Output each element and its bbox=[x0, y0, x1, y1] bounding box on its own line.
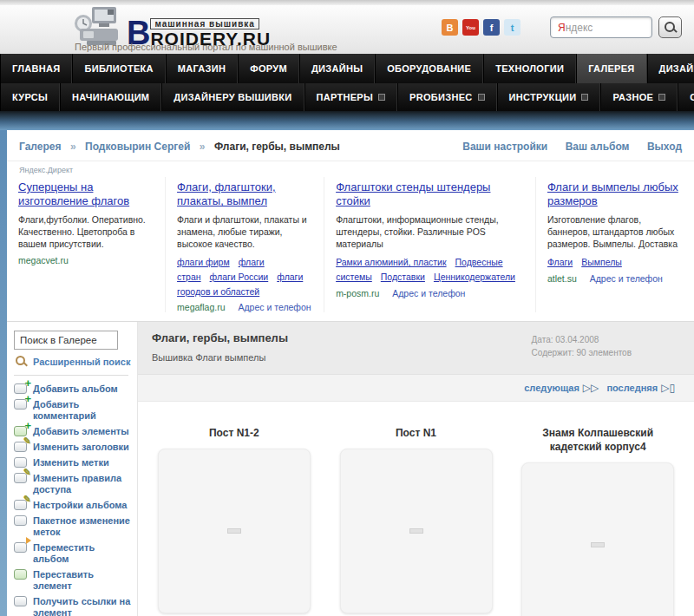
dropdown-indicator-icon bbox=[478, 94, 485, 101]
nav-instruktsii[interactable]: ИНСТРУКЦИИ bbox=[497, 83, 601, 111]
nav-biblioteka[interactable]: БИБЛИОТЕКА bbox=[72, 54, 165, 83]
search-button[interactable] bbox=[658, 16, 682, 38]
gallery-search-input[interactable] bbox=[14, 331, 118, 350]
nav-tekhnologii[interactable]: ТЕХНОЛОГИИ bbox=[483, 54, 576, 83]
sidebar-item-add-album[interactable]: Добавить альбом bbox=[14, 383, 137, 395]
advanced-search-link[interactable]: Расширенный поиск bbox=[16, 356, 137, 367]
item-thumbnail-placeholder[interactable] bbox=[521, 462, 674, 616]
ad-title-link[interactable]: Суперцены на изготовление флагов bbox=[18, 180, 154, 209]
nav-galereya-active[interactable]: ГАЛЕРЕЯ bbox=[576, 54, 646, 83]
nav-o-nas[interactable]: О НАС bbox=[678, 83, 694, 111]
ad-sitelink[interactable]: Подставки bbox=[381, 272, 425, 282]
site-tagline: Первый профессиональный портал по машинн… bbox=[75, 42, 337, 52]
pagination-bar: следующая▷▷ последняя▷▯ bbox=[138, 374, 694, 402]
ad-sitelink[interactable]: Рамки алюминий, пластик bbox=[336, 257, 446, 267]
broken-image-icon bbox=[227, 528, 241, 534]
youtube-icon[interactable]: You bbox=[462, 19, 479, 36]
item-thumbnail-placeholder[interactable] bbox=[158, 449, 311, 613]
next-page-icon: ▷▷ bbox=[583, 382, 599, 394]
item-thumbnail-placeholder[interactable] bbox=[340, 449, 493, 613]
nav-glavnaya[interactable]: ГЛАВНАЯ bbox=[0, 54, 72, 83]
ad-item: Суперцены на изготовление флагов Флаги,ф… bbox=[7, 177, 166, 312]
pagination-next-link[interactable]: следующая▷▷ bbox=[524, 383, 604, 393]
access-rules-icon bbox=[14, 473, 27, 483]
nav-dizayneru-vyshivki[interactable]: ДИЗАЙНЕРУ ВЫШИВКИ bbox=[161, 83, 304, 111]
ad-contact-link[interactable]: Адрес и телефон bbox=[392, 288, 465, 298]
ad-sitelinks: флаги фирмфлаги странфлаги Россиифлаги г… bbox=[177, 255, 312, 298]
move-album-icon bbox=[14, 542, 27, 553]
nav-kursy[interactable]: КУРСЫ bbox=[0, 83, 60, 111]
my-album-link[interactable]: Ваш альбом bbox=[566, 141, 630, 153]
ad-sitelink[interactable]: Ценникодержатели bbox=[434, 272, 515, 282]
sidebar-item-edit-tags[interactable]: Изменить метки bbox=[14, 457, 137, 469]
nav-nachinayushchim[interactable]: НАЧИНАЮЩИМ bbox=[60, 83, 161, 111]
ad-domain-link[interactable]: megaflag.ru bbox=[177, 302, 225, 312]
item-title: Пост N1-2 bbox=[209, 426, 259, 440]
nav-raznoe[interactable]: РАЗНОЕ bbox=[600, 83, 678, 111]
facebook-icon[interactable]: f bbox=[483, 19, 500, 36]
breadcrumb-bar: Галерея » Подковырин Сергей » Флаги, гер… bbox=[7, 130, 694, 161]
sidebar: Расширенный поиск Добавить альбом Добави… bbox=[7, 322, 137, 616]
dropdown-indicator-icon bbox=[378, 94, 385, 101]
ad-item: Флаги и вымпелы любых размеров Изготовле… bbox=[536, 177, 694, 312]
ad-sitelink[interactable]: Флаги bbox=[547, 257, 573, 267]
twitter-icon[interactable]: t bbox=[504, 19, 520, 36]
pagination-last-link[interactable]: последняя▷▯ bbox=[606, 383, 680, 393]
nav-magazin[interactable]: МАГАЗИН bbox=[166, 54, 238, 83]
album-subtitle: Вышивка Флаги вымпелы bbox=[152, 352, 288, 363]
album-date: Дата: 03.04.2008 bbox=[532, 333, 632, 346]
sidebar-item-rearrange-element[interactable]: Переставить элемент bbox=[14, 569, 137, 592]
blogger-icon[interactable]: B bbox=[442, 19, 458, 36]
ad-footer: megaflag.ru Адрес и телефон bbox=[177, 302, 312, 312]
ad-domain-link[interactable]: atlet.su bbox=[547, 273, 577, 284]
sidebar-item-edit-access[interactable]: Изменить правила доступа bbox=[14, 473, 137, 495]
breadcrumb-current: Флаги, гербы, вымпелы bbox=[214, 141, 340, 153]
nav-probiznes[interactable]: PROБИЗНЕС bbox=[397, 83, 496, 111]
nav-forum[interactable]: ФОРУМ bbox=[238, 54, 299, 83]
breadcrumb-author[interactable]: Подковырин Сергей bbox=[85, 141, 190, 153]
ad-title-link[interactable]: Флагштоки стенды штендеры стойки bbox=[336, 180, 524, 209]
ad-title-link[interactable]: Флаги, флагштоки, плакаты, вымпел bbox=[177, 180, 312, 209]
ad-footer: m-posm.ru Адрес и телефон bbox=[336, 288, 524, 298]
ad-sitelink[interactable]: флаги фирм bbox=[177, 257, 230, 267]
secondary-nav: КУРСЫ НАЧИНАЮЩИМ ДИЗАЙНЕРУ ВЫШИВКИ ПАРТН… bbox=[0, 83, 694, 111]
album-meta: Дата: 03.04.2008 Содержит: 90 элементов bbox=[532, 331, 680, 363]
nav-dizayny[interactable]: ДИЗАЙНЫ bbox=[299, 54, 375, 83]
settings-link[interactable]: Ваши настройки bbox=[462, 141, 547, 153]
ad-body: Флаги,футболки. Оперативно. Качественно.… bbox=[18, 213, 154, 251]
gallery-items: Пост N1-2 Дата: 10.06.2015 Новый « опера… bbox=[138, 402, 694, 616]
social-icons: B You f t bbox=[442, 19, 520, 36]
ad-sitelink[interactable]: флаги России bbox=[210, 272, 269, 282]
batch-tags-icon bbox=[14, 515, 27, 526]
ad-sitelink[interactable]: Вымпелы bbox=[581, 257, 622, 267]
ad-footer: atlet.su Адрес и телефон bbox=[547, 273, 683, 284]
sidebar-item-get-links[interactable]: Получить ссылки на элемент bbox=[14, 596, 137, 616]
logout-link[interactable]: Выход bbox=[647, 141, 682, 153]
ad-title-link[interactable]: Флаги и вымпелы любых размеров bbox=[547, 180, 683, 209]
nav-dizaynery[interactable]: ДИЗАЙНЕРЫ bbox=[647, 54, 694, 83]
header-right: B You f t Яндекс bbox=[442, 16, 682, 38]
album-title: Флаги, гербы, вымпелы bbox=[152, 331, 288, 344]
sidebar-item-edit-titles[interactable]: Изменить заголовки bbox=[14, 442, 137, 453]
rearrange-element-icon bbox=[14, 569, 27, 580]
yandex-search-input[interactable]: Яндекс bbox=[550, 16, 652, 38]
magnifier-icon bbox=[16, 356, 27, 367]
sidebar-item-add-comment[interactable]: Добавить комментарий bbox=[14, 399, 137, 422]
sidebar-item-move-album[interactable]: Переместить альбом bbox=[14, 542, 137, 565]
nav-oborudovanie[interactable]: ОБОРУДОВАНИЕ bbox=[375, 54, 483, 83]
last-page-icon: ▷▯ bbox=[661, 382, 675, 394]
ad-contact-link[interactable]: Адрес и телефон bbox=[238, 302, 311, 312]
ad-sitelinks: Рамки алюминий, пластикПодвесные системы… bbox=[336, 255, 524, 285]
breadcrumb-gallery[interactable]: Галерея bbox=[19, 141, 61, 153]
sidebar-item-batch-tags[interactable]: Пакетное изменение меток bbox=[14, 515, 137, 538]
sidebar-item-album-settings[interactable]: Настройки альбома bbox=[14, 500, 137, 511]
nav-partnery[interactable]: ПАРТНЕРЫ bbox=[304, 83, 398, 111]
content-panel: Галерея » Подковырин Сергей » Флаги, гер… bbox=[7, 130, 694, 616]
gallery-main: Флаги, гербы, вымпелы Вышивка Флаги вымп… bbox=[137, 322, 694, 616]
ad-contact-link[interactable]: Адрес и телефон bbox=[590, 273, 663, 284]
sidebar-item-add-elements[interactable]: Добавить элементы bbox=[14, 426, 137, 437]
ad-domain-link[interactable]: megacvet.ru bbox=[18, 255, 69, 265]
album-count: Содержит: 90 элементов bbox=[532, 346, 632, 359]
album-header: Флаги, гербы, вымпелы Вышивка Флаги вымп… bbox=[138, 322, 694, 374]
ad-domain-link[interactable]: m-posm.ru bbox=[336, 288, 379, 298]
